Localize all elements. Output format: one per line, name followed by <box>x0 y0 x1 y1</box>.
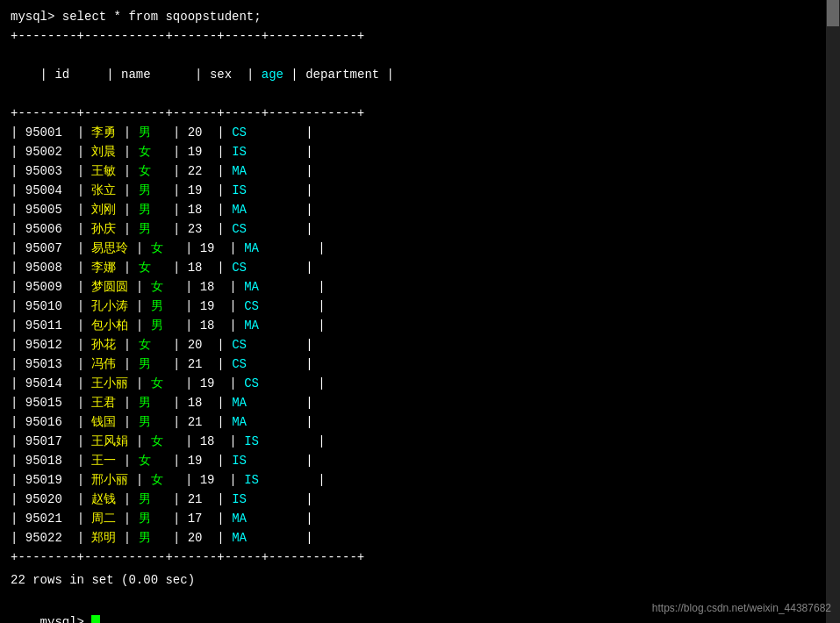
pipe: | <box>259 280 326 294</box>
table-row: | 95008 | 李娜 | 女 | 18 | CS | <box>11 258 815 277</box>
cell-sex: 男 <box>139 125 166 140</box>
pipe: | <box>210 531 232 545</box>
pipe: | <box>210 512 232 526</box>
pipe: | <box>247 183 313 197</box>
pipe: | <box>69 454 91 468</box>
pipe: | <box>247 261 313 275</box>
pipe: | <box>11 319 25 333</box>
pipe: | <box>247 164 313 178</box>
cell-sex: 女 <box>139 261 166 275</box>
cell-age: 22 <box>188 164 210 178</box>
col-dept-header: department <box>305 68 379 82</box>
pipe: | <box>116 357 138 371</box>
pipe: | <box>247 203 313 217</box>
pipe: | <box>247 145 313 159</box>
pipe: | <box>210 164 232 178</box>
cell-name: 孙花 <box>91 338 116 352</box>
cell-name: 邢小丽 <box>91 473 128 487</box>
pipe: | <box>210 145 232 159</box>
cell-dept: MA <box>232 512 247 526</box>
pipe: | <box>165 338 187 352</box>
table-body: | 95001 | 李勇 | 男 | 20 | CS || 95002 | 刘晨… <box>11 123 815 548</box>
pipe: | <box>210 415 232 429</box>
pipe: | <box>177 376 199 390</box>
pipe: | <box>116 203 138 217</box>
cell-dept: MA <box>232 203 247 217</box>
pipe: | <box>165 164 187 178</box>
cell-id: 95002 <box>25 145 69 159</box>
pipe: | <box>40 68 55 82</box>
pipe: | <box>69 299 91 313</box>
pipe: | <box>11 357 25 371</box>
pipe: | <box>128 319 150 333</box>
pipe: | <box>116 415 138 429</box>
pipe: | <box>69 357 91 371</box>
cell-age: 20 <box>188 531 210 545</box>
cell-dept: MA <box>244 280 259 294</box>
cell-dept: IS <box>232 492 247 506</box>
pipe: | <box>210 203 232 217</box>
pipe: | <box>116 183 138 197</box>
cell-id: 95001 <box>25 125 69 140</box>
cell-sex: 女 <box>151 473 178 487</box>
cell-id: 95011 <box>25 319 69 333</box>
pipe: | <box>69 241 91 255</box>
pipe: | <box>210 396 232 410</box>
pipe: | <box>247 396 313 410</box>
separator-mid: +--------+-----------+------+-----+-----… <box>11 104 815 123</box>
pipe: | <box>69 183 91 197</box>
cell-name: 钱国 <box>91 415 116 429</box>
cell-dept: MA <box>244 319 259 333</box>
pipe: | <box>128 280 150 294</box>
pipe: | <box>177 319 199 333</box>
cell-sex: 女 <box>151 434 178 448</box>
cell-name: 孙庆 <box>91 222 116 236</box>
cell-id: 95020 <box>25 492 69 506</box>
cell-sex: 男 <box>139 222 166 236</box>
cell-dept: MA <box>232 531 247 545</box>
cell-id: 95009 <box>25 280 69 294</box>
cell-dept: MA <box>232 396 247 410</box>
pipe: | <box>11 125 25 140</box>
pipe: | <box>210 183 232 197</box>
scrollbar-thumb[interactable] <box>827 0 839 26</box>
cell-id: 95010 <box>25 299 69 313</box>
pipe: | <box>69 145 91 159</box>
pipe: | <box>69 473 91 487</box>
pipe: | <box>165 261 187 275</box>
table-row: | 95021 | 周二 | 男 | 17 | MA | <box>11 509 815 528</box>
watermark: https://blog.csdn.net/weixin_44387682 <box>652 602 831 614</box>
pipe: | <box>165 512 187 526</box>
pipe: | <box>69 434 91 448</box>
cell-id: 95015 <box>25 396 69 410</box>
cell-dept: CS <box>232 338 247 352</box>
scrollbar[interactable] <box>826 0 840 623</box>
pipe: | <box>128 241 150 255</box>
pipe: | <box>210 492 232 506</box>
pipe: | <box>165 357 187 371</box>
cell-name: 李娜 <box>91 261 116 275</box>
cell-name: 王敏 <box>91 164 116 178</box>
cell-name: 梦圆圆 <box>91 280 128 294</box>
cell-age: 18 <box>188 203 210 217</box>
col-sex-header: sex <box>210 68 240 82</box>
pipe: | <box>69 338 91 352</box>
cell-dept: IS <box>232 145 247 159</box>
cell-age: 19 <box>200 376 222 390</box>
cell-sex: 男 <box>139 415 166 429</box>
pipe: | <box>165 492 187 506</box>
cell-dept: CS <box>244 376 259 390</box>
pipe: | <box>247 492 313 506</box>
cell-sex: 男 <box>139 512 166 526</box>
cell-age: 21 <box>188 357 210 371</box>
cell-dept: CS <box>232 261 247 275</box>
pipe: | <box>128 434 150 448</box>
pipe: | <box>11 512 25 526</box>
cell-age: 20 <box>188 125 210 140</box>
pipe: | <box>69 280 91 294</box>
pipe: | <box>259 434 326 448</box>
table-row: | 95001 | 李勇 | 男 | 20 | CS | <box>11 123 815 142</box>
cell-id: 95006 <box>25 222 69 236</box>
cell-age: 18 <box>188 396 210 410</box>
cell-sex: 男 <box>151 299 178 313</box>
